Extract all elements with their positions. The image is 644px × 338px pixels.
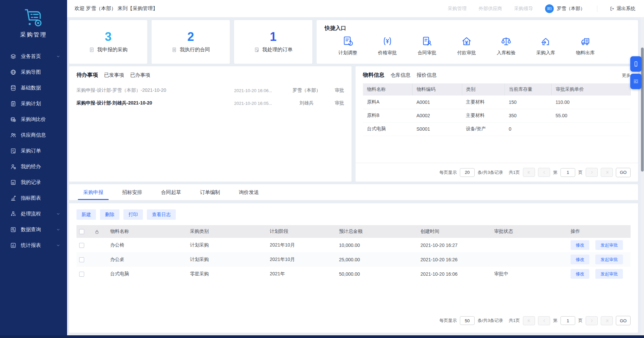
next-page-button[interactable] (586, 316, 598, 325)
quick-entry-item[interactable]: 计划调整 (336, 36, 360, 56)
material-stock: 0 (505, 122, 552, 136)
todo-tab[interactable]: 待办事项 (76, 72, 98, 79)
stats-row: 3 我申报的采购 2 我执行的合同 1 我处理的订单 快捷入口 (69, 20, 638, 64)
prev-page-button[interactable] (538, 316, 550, 325)
go-button[interactable]: GO (616, 168, 631, 177)
row-checkbox[interactable] (79, 272, 84, 277)
sidebar-item[interactable]: 处理流程 (0, 206, 67, 222)
modify-button[interactable]: 修改 (571, 240, 589, 250)
sidebar-item[interactable]: 采购询比价 (0, 112, 67, 127)
sidebar-item[interactable]: 我的经办 (0, 159, 67, 175)
stat-card[interactable]: 3 我申报的采购 (69, 20, 147, 64)
quick-entry-label: 入库检验 (497, 50, 516, 56)
chevron-down-icon (56, 212, 60, 216)
worklist-column-header: 物料名称 (108, 225, 187, 238)
go-button[interactable]: GO (616, 316, 631, 325)
select-all-checkbox[interactable] (79, 229, 84, 234)
sidebar-item[interactable]: 基础数据 (0, 80, 67, 96)
collapse-panel-button[interactable] (630, 74, 642, 89)
row-created-time: 2021-10-20 16:06 (418, 267, 492, 281)
database-icon (10, 85, 16, 91)
first-page-button[interactable] (523, 316, 535, 325)
todo-row[interactable]: 采购申报-设计部-刘雄兵-2021-10-20 2021-10-20 16:05… (76, 97, 344, 110)
sidebar-item[interactable]: 统计报表 (0, 238, 67, 253)
quick-entry-item[interactable]: 入库检验 (494, 36, 518, 56)
material-price (551, 122, 630, 136)
toolbar-button[interactable]: 新建 (76, 209, 96, 220)
worklist-tab[interactable]: 招标安排 (113, 184, 152, 200)
worklist-tab[interactable]: 询价发送 (229, 184, 268, 200)
worklist-tab[interactable]: 合同起草 (152, 184, 191, 200)
quick-entry-item[interactable]: 价格审批 (376, 36, 399, 56)
sidebar-item[interactable]: 采购计划 (0, 96, 67, 112)
todo-row[interactable]: 采购申报-设计部-罗雪（本部）-2021-10-20 2021-10-20 16… (76, 84, 344, 97)
order-icon (10, 148, 16, 154)
sidebar-item[interactable]: 业务首页 (0, 49, 67, 64)
stat-card[interactable]: 2 我执行的合同 (152, 20, 230, 64)
quick-entry-item[interactable]: 付款审批 (455, 36, 478, 56)
last-page-button[interactable] (601, 168, 613, 177)
topbar-nav-link[interactable]: 外部供应商 (479, 6, 502, 12)
material-row[interactable]: 原料A A0001 主要材料 150 110.00 (363, 95, 631, 109)
page-size-input[interactable] (460, 316, 475, 325)
toolbar-button[interactable]: 删除 (100, 209, 119, 220)
quick-entry-item[interactable]: 物料出库 (574, 36, 597, 56)
material-category: 主要材料 (462, 109, 505, 122)
topbar: 欢迎 罗雪（本部） 来到【采购管理】 采购管理外部供应商采购领导 部) 罗雪（本… (67, 0, 644, 17)
topbar-nav-link[interactable]: 采购管理 (448, 6, 467, 12)
material-row[interactable]: 原料B A0002 主要材料 350 55.00 (363, 109, 631, 122)
material-tab[interactable]: 仓库信息 (390, 72, 411, 78)
row-checkbox[interactable] (79, 243, 84, 248)
material-row[interactable]: 台式电脑 S0001 设备/资产 0 (363, 122, 631, 136)
row-checkbox[interactable] (79, 257, 84, 262)
next-page-button[interactable] (586, 168, 598, 177)
material-tab[interactable]: 报价信息 (417, 72, 437, 78)
user-chip[interactable]: 部) 罗雪（本部） (545, 4, 585, 13)
toolbar-button[interactable]: 打印 (123, 209, 143, 220)
page-number-input[interactable] (560, 316, 575, 325)
material-tab[interactable]: 物料信息 (363, 72, 384, 79)
material-name: 原料A (363, 95, 413, 109)
start-approval-button[interactable]: 发起审批 (595, 240, 623, 250)
quick-entry-item[interactable]: 采购入库 (534, 36, 557, 56)
material-code: A0002 (413, 109, 462, 122)
sidebar-item[interactable]: 指标图表 (0, 190, 67, 206)
start-approval-button[interactable]: 发起审批 (595, 255, 623, 264)
prev-page-button[interactable] (538, 168, 550, 177)
stat-value: 3 (105, 31, 111, 43)
worklist-tab[interactable]: 采购申报 (74, 184, 113, 200)
material-column-header: 物料编码 (413, 83, 462, 95)
modify-button[interactable]: 修改 (571, 255, 589, 264)
start-approval-button[interactable]: 发起审批 (595, 269, 623, 279)
modify-button[interactable]: 修改 (571, 269, 589, 279)
material-code: S0001 (413, 122, 462, 136)
page-number-input[interactable] (560, 168, 575, 177)
mobile-app-button[interactable] (630, 56, 642, 72)
cart-logo-icon (21, 7, 46, 28)
sidebar-item[interactable]: 采购导图 (0, 64, 67, 80)
last-page-button[interactable] (601, 316, 613, 325)
first-page-button[interactable] (523, 168, 535, 177)
worklist-row: 办公椅 计划采购 2021年10月 10,000.00 2021-10-20 1… (76, 238, 631, 252)
logout-button[interactable]: 退出系统 (609, 6, 635, 12)
sidebar-item[interactable]: 供应商信息 (0, 127, 67, 143)
quick-entry-item[interactable]: 合同审批 (415, 36, 439, 56)
todo-action-label[interactable]: 审批 (329, 87, 344, 93)
globe-icon (10, 69, 16, 75)
todo-action-label[interactable]: 审批 (329, 100, 344, 106)
sidebar-item[interactable]: 我的记录 (0, 175, 67, 190)
chevron-down-icon (56, 243, 60, 248)
avatar[interactable]: 部) (545, 4, 554, 13)
todo-tab[interactable]: 已发事项 (104, 72, 124, 78)
worklist-tab[interactable]: 订单编制 (191, 184, 229, 200)
toolbar-button[interactable]: 查看日志 (147, 209, 176, 220)
todo-user: 罗雪（本部） (284, 87, 329, 93)
topbar-nav-link[interactable]: 采购领导 (514, 6, 533, 12)
more-link[interactable]: 更多 (622, 72, 631, 78)
sidebar-item[interactable]: 数据查询 (0, 222, 67, 238)
sidebar-item[interactable]: 采购订单 (0, 143, 67, 159)
material-table: 物料名称物料编码类别当前库存量审批采购单价 原料A A0001 主要材料 150… (363, 83, 631, 136)
stat-card[interactable]: 1 我处理的订单 (234, 20, 312, 64)
todo-tab[interactable]: 已办事项 (130, 72, 150, 78)
page-size-input[interactable] (460, 168, 475, 177)
